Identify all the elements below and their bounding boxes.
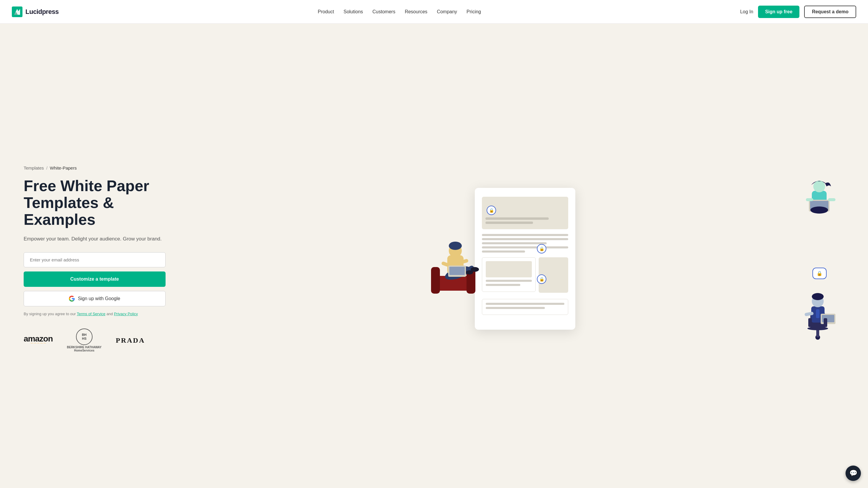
berkshire-logo: BHHS BERKSHIRE HATHAWAYHomeServices xyxy=(67,328,101,352)
amazon-logo: amazon ⌒⌒⌒⌒⌒ xyxy=(24,334,53,347)
svg-rect-23 xyxy=(828,198,835,201)
svg-point-9 xyxy=(466,270,473,274)
illustration-person-top-right xyxy=(803,176,838,219)
terms-text: By signing up you agree to our Terms of … xyxy=(24,311,165,317)
google-icon xyxy=(69,296,75,302)
svg-rect-14 xyxy=(450,267,465,275)
terms-link[interactable]: Terms of Service xyxy=(77,312,105,316)
logo-icon xyxy=(12,6,23,17)
svg-point-18 xyxy=(813,181,825,192)
breadcrumb-parent[interactable]: Templates xyxy=(24,165,44,170)
svg-point-30 xyxy=(812,293,824,300)
login-button[interactable]: Log In xyxy=(740,9,753,14)
header-actions: Log In Sign up free Request a demo xyxy=(740,6,856,18)
nav-item-customers[interactable]: Customers xyxy=(373,9,395,14)
signup-free-button[interactable]: Sign up free xyxy=(758,6,799,18)
privacy-link[interactable]: Privacy Policy xyxy=(114,312,138,316)
svg-rect-36 xyxy=(824,318,827,327)
logo[interactable]: Lucidpress xyxy=(12,6,59,17)
customize-template-button[interactable]: Customize a template xyxy=(24,271,165,287)
email-field[interactable] xyxy=(24,252,165,267)
breadcrumb-current: White-Papers xyxy=(50,165,77,170)
svg-rect-31 xyxy=(816,309,819,318)
hero-content: Templates / White-Papers Free White Pape… xyxy=(24,165,165,352)
request-demo-button[interactable]: Request a demo xyxy=(804,6,856,18)
illustration-person-bottom-right xyxy=(794,287,841,341)
svg-rect-4 xyxy=(431,267,440,294)
nav-item-company[interactable]: Company xyxy=(437,9,457,14)
brand-logos: amazon ⌒⌒⌒⌒⌒ BHHS BERKSHIRE HATHAWAYHome… xyxy=(24,328,165,352)
nav-item-product[interactable]: Product xyxy=(318,9,334,14)
nav-item-pricing[interactable]: Pricing xyxy=(467,9,481,14)
lock-badge-2: 🔒 xyxy=(537,244,546,254)
hero-section: Templates / White-Papers Free White Pape… xyxy=(0,24,868,488)
illustration-person-left xyxy=(431,237,484,298)
hero-illustration: 🔒 🔒 xyxy=(165,170,844,347)
chat-button[interactable]: 💬 xyxy=(845,465,861,481)
svg-rect-22 xyxy=(806,198,813,201)
svg-rect-35 xyxy=(808,318,812,327)
nav-item-resources[interactable]: Resources xyxy=(405,9,427,14)
breadcrumb-separator: / xyxy=(46,165,47,170)
lock-badge-1: 🔒 xyxy=(487,205,496,215)
site-header: Lucidpress Product Solutions Customers R… xyxy=(0,0,868,24)
lock-badge-3: 🔒 xyxy=(537,274,546,284)
chat-icon: 💬 xyxy=(849,469,857,477)
page-title: Free White Paper Templates & Examples xyxy=(24,177,165,228)
svg-point-12 xyxy=(449,241,462,250)
google-signup-button[interactable]: Sign up with Google xyxy=(24,291,165,306)
google-signup-label: Sign up with Google xyxy=(78,296,120,301)
logo-text: Lucidpress xyxy=(25,8,59,15)
prada-logo: PRADA xyxy=(116,336,145,345)
svg-point-21 xyxy=(810,206,828,214)
document-mockup: 🔒 🔒 xyxy=(475,188,575,330)
breadcrumb: Templates / White-Papers xyxy=(24,165,165,170)
hero-subtitle: Empower your team. Delight your audience… xyxy=(24,235,165,243)
lock-chat-bubble: 🔒 xyxy=(812,268,827,279)
main-nav: Product Solutions Customers Resources Co… xyxy=(318,9,481,14)
nav-item-solutions[interactable]: Solutions xyxy=(344,9,363,14)
email-input-wrapper xyxy=(24,252,165,267)
